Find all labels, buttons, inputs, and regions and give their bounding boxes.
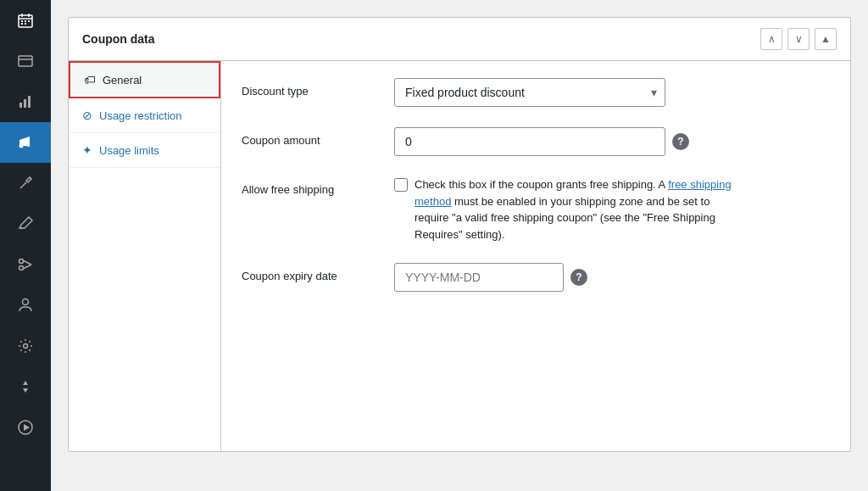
ticket-icon: 🏷 [84, 73, 96, 86]
panel-content: Discount type Percentage discount Fixed … [221, 61, 850, 451]
discount-type-label: Discount type [242, 78, 377, 98]
svg-rect-12 [24, 99, 26, 108]
panel-collapse-down-button[interactable]: ∨ [787, 28, 810, 50]
svg-rect-13 [28, 96, 31, 108]
coupon-expiry-input[interactable] [394, 263, 564, 292]
coupon-expiry-row: Coupon expiry date ? [242, 263, 830, 292]
svg-point-22 [23, 299, 29, 305]
svg-point-23 [24, 344, 28, 349]
nav-item-general[interactable]: 🏷 General [69, 61, 220, 98]
sidebar-item-tools[interactable] [0, 163, 51, 204]
checkbox-description-before: Check this box if the coupon grants free… [415, 178, 668, 191]
sidebar-item-users[interactable] [0, 285, 51, 326]
svg-marker-24 [23, 381, 28, 385]
main-content: Coupon data ∧ ∨ ▲ 🏷 General ⊘ Usage rest… [51, 0, 868, 491]
svg-marker-25 [23, 388, 28, 393]
allow-free-shipping-label: Allow free shipping [242, 176, 377, 196]
coupon-amount-field: ? [394, 127, 830, 156]
allow-free-shipping-checkbox-row: Check this box if the coupon grants free… [394, 176, 830, 243]
panel-toggle-button[interactable]: ▲ [815, 28, 837, 50]
svg-rect-6 [28, 20, 30, 22]
nav-item-usage-limits-label: Usage limits [99, 144, 159, 157]
limits-icon: ✦ [82, 143, 92, 157]
sidebar-item-marketing[interactable] [0, 122, 51, 163]
app-sidebar [0, 0, 51, 491]
svg-rect-5 [25, 20, 26, 22]
svg-marker-27 [24, 424, 30, 431]
discount-type-select[interactable]: Percentage discount Fixed cart discount … [394, 78, 665, 107]
svg-rect-7 [21, 23, 23, 25]
svg-point-14 [19, 144, 24, 148]
nav-item-usage-restriction-label: Usage restriction [99, 109, 182, 122]
svg-marker-16 [19, 217, 32, 228]
coupon-expiry-help-icon[interactable]: ? [570, 269, 587, 286]
discount-type-row: Discount type Percentage discount Fixed … [242, 78, 830, 107]
sidebar-item-settings[interactable] [0, 326, 51, 366]
coupon-amount-row: Coupon amount ? [242, 127, 830, 156]
panel-controls: ∧ ∨ ▲ [760, 28, 837, 50]
svg-point-19 [19, 266, 24, 271]
panel-nav: 🏷 General ⊘ Usage restriction ✦ Usage li… [69, 61, 221, 451]
panel-collapse-up-button[interactable]: ∧ [760, 28, 782, 50]
sidebar-item-edit[interactable] [0, 204, 51, 244]
nav-item-usage-restriction[interactable]: ⊘ Usage restriction [69, 98, 220, 133]
coupon-amount-help-icon[interactable]: ? [672, 133, 689, 150]
svg-rect-11 [19, 103, 22, 108]
coupon-amount-input[interactable] [394, 127, 665, 156]
coupon-expiry-field: ? [394, 263, 830, 292]
coupon-expiry-input-wrapper: ? [394, 263, 830, 292]
sidebar-item-play[interactable] [0, 407, 51, 448]
sidebar-item-sort[interactable] [0, 366, 51, 407]
allow-free-shipping-description: Check this box if the coupon grants free… [415, 176, 737, 243]
restriction-icon: ⊘ [82, 109, 92, 122]
coupon-expiry-label: Coupon expiry date [242, 263, 377, 282]
svg-rect-9 [19, 56, 32, 66]
svg-line-21 [23, 265, 31, 269]
coupon-amount-input-wrapper: ? [394, 127, 830, 156]
nav-item-usage-limits[interactable]: ✦ Usage limits [69, 133, 220, 168]
svg-rect-8 [25, 23, 26, 25]
sidebar-item-scissors[interactable] [0, 244, 51, 285]
allow-free-shipping-row: Allow free shipping Check this box if th… [242, 176, 830, 243]
svg-line-20 [23, 260, 31, 265]
allow-free-shipping-field: Check this box if the coupon grants free… [394, 176, 830, 243]
sidebar-item-woocommerce[interactable] [0, 41, 51, 81]
svg-line-15 [20, 182, 26, 188]
coupon-data-panel: Coupon data ∧ ∨ ▲ 🏷 General ⊘ Usage rest… [68, 17, 851, 452]
coupon-amount-label: Coupon amount [242, 127, 377, 147]
panel-title: Coupon data [82, 32, 155, 46]
checkbox-description-after: must be enabled in your shipping zone an… [415, 195, 715, 241]
panel-header: Coupon data ∧ ∨ ▲ [69, 18, 850, 61]
discount-type-select-wrapper: Percentage discount Fixed cart discount … [394, 78, 665, 107]
svg-point-18 [19, 259, 24, 264]
nav-item-general-label: General [103, 74, 142, 86]
discount-type-field: Percentage discount Fixed cart discount … [394, 78, 830, 107]
panel-body: 🏷 General ⊘ Usage restriction ✦ Usage li… [69, 61, 850, 451]
svg-rect-4 [21, 20, 23, 22]
sidebar-item-calendar[interactable] [0, 0, 51, 41]
sidebar-item-analytics[interactable] [0, 81, 51, 122]
allow-free-shipping-checkbox[interactable] [394, 178, 408, 192]
